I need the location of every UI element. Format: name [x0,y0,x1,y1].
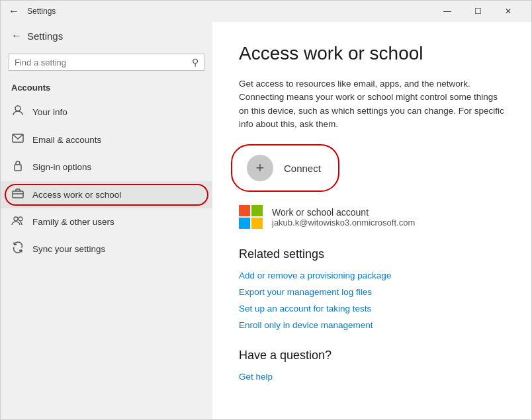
account-email: jakub.k@witowisko3.onmicrosoft.com [272,218,415,228]
svg-point-0 [15,106,21,111]
connect-label: Connect [284,163,321,174]
get-help-link[interactable]: Get help [239,372,505,382]
ms-logo-green [251,205,263,216]
minimize-button[interactable]: — [432,1,463,22]
content-area: ← Settings ⚲ Accounts Your info Ema [1,22,531,419]
main-content: Access work or school Get access to reso… [212,22,531,419]
titlebar-controls: — ☐ ✕ [432,1,523,22]
svg-rect-3 [13,191,23,198]
sidebar-item-label-signin: Sign-in options [32,162,91,172]
ms-logo-red [239,205,250,216]
settings-window: ← Settings — ☐ ✕ ← Settings ⚲ Accounts [0,0,532,420]
svg-point-5 [14,217,18,221]
account-item: Work or school account jakub.k@witowisko… [239,205,505,229]
sidebar-item-access-work[interactable]: Access work or school [1,181,212,208]
connect-area: + Connect [239,149,329,187]
related-settings-title: Related settings [239,247,505,261]
sidebar-item-email[interactable]: Email & accounts [1,126,212,153]
ms-logo-yellow [251,218,263,229]
titlebar-title: Settings [27,7,56,16]
link-account-tests[interactable]: Set up an account for taking tests [239,304,505,314]
sync-icon [11,241,24,257]
sidebar-item-your-info[interactable]: Your info [1,98,212,126]
sidebar-item-label-family: Family & other users [32,217,114,227]
your-info-icon [11,105,24,120]
maximize-button[interactable]: ☐ [463,1,493,22]
sidebar-back-icon: ← [11,30,22,42]
ms-logo [239,205,263,229]
svg-rect-2 [15,165,21,171]
sidebar-item-label-email: Email & accounts [32,135,101,145]
close-button[interactable]: ✕ [493,1,523,22]
ms-logo-blue [239,218,250,229]
search-input[interactable] [15,58,192,67]
account-name: Work or school account [272,207,415,218]
link-enroll-device[interactable]: Enroll only in device management [239,320,505,330]
access-work-icon [11,188,24,202]
email-icon [11,133,24,146]
sidebar-item-family[interactable]: Family & other users [1,208,212,235]
sidebar-back[interactable]: ← Settings [1,22,212,50]
search-icon: ⚲ [192,57,199,67]
link-export-log[interactable]: Export your management log files [239,287,505,297]
sidebar-app-title: Settings [27,30,63,42]
connect-plus-icon: + [256,159,265,177]
link-provisioning[interactable]: Add or remove a provisioning package [239,271,505,280]
question-section: Have a question? Get help [239,349,505,382]
connect-button[interactable]: + [247,155,273,181]
related-settings: Related settings Add or remove a provisi… [239,247,505,330]
question-title: Have a question? [239,349,505,362]
sidebar: ← Settings ⚲ Accounts Your info Ema [1,22,212,419]
main-description: Get access to resources like email, apps… [239,77,505,131]
account-info: Work or school account jakub.k@witowisko… [272,207,415,228]
svg-point-6 [19,217,22,221]
family-icon [11,215,24,228]
signin-icon [11,159,24,175]
sidebar-section-title: Accounts [1,80,212,98]
titlebar-left: ← Settings [9,5,432,17]
main-title: Access work or school [239,43,505,64]
back-arrow-icon[interactable]: ← [9,5,19,17]
titlebar: ← Settings — ☐ ✕ [1,1,531,22]
sidebar-item-label-your-info: Your info [32,107,67,117]
sidebar-item-label-access-work: Access work or school [32,190,121,200]
sidebar-item-label-sync: Sync your settings [32,244,105,254]
sidebar-search-box[interactable]: ⚲ [9,54,204,71]
sidebar-item-signin[interactable]: Sign-in options [1,153,212,181]
sidebar-item-sync[interactable]: Sync your settings [1,235,212,263]
